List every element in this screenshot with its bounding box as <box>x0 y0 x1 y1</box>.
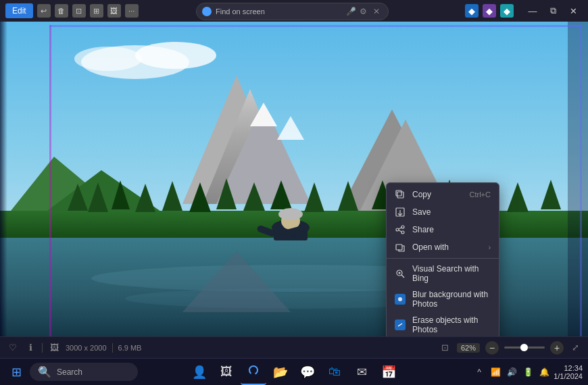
crop-icon[interactable]: ⊡ <box>72 4 86 18</box>
zoom-in-button[interactable]: + <box>550 341 564 355</box>
menu-item-blur-bg[interactable]: Blur background with Photos <box>387 286 499 312</box>
open-with-icon <box>395 242 406 253</box>
svg-point-58 <box>399 272 401 274</box>
taskbar-app-teams[interactable]: 💬 <box>295 359 320 385</box>
windows-start-button[interactable]: ⊞ <box>5 361 27 383</box>
blur-bg-icon <box>395 294 406 305</box>
photo-area <box>0 22 588 336</box>
undo-icon[interactable]: ↩ <box>37 4 51 18</box>
top-taskbar-icons: ◆ ◆ ◆ <box>465 4 514 18</box>
clock-time: 12:34 <box>554 364 583 372</box>
svg-point-51 <box>401 226 404 228</box>
visual-search-label: Visual Search with Bing <box>412 264 491 283</box>
image-file-icon: 🖼 <box>48 342 60 354</box>
svg-rect-44 <box>49 25 582 27</box>
title-bar: Edit ↩ 🗑 ⊡ ⊞ 🖼 ··· Find on screen 🎤 ⚙ ✕ … <box>0 0 588 22</box>
svg-rect-48 <box>396 190 401 196</box>
info-icon[interactable]: ℹ <box>24 342 36 354</box>
context-menu: Copy Ctrl+C Save <box>386 182 499 336</box>
tray-volume[interactable]: 🔊 <box>505 365 518 379</box>
svg-line-59 <box>401 275 404 278</box>
zoom-out-button[interactable]: − <box>485 341 499 355</box>
taskbar-left: ⊞ 🔍 Search <box>5 361 138 383</box>
file-size: 6.9 MB <box>118 344 142 352</box>
status-bar-right: ⊡ 62% − + ⤢ <box>439 341 581 355</box>
taskbar-app-edge[interactable] <box>241 359 266 385</box>
menu-item-open-with[interactable]: Open with › <box>387 238 499 256</box>
top-icon-1[interactable]: ◆ <box>465 4 479 18</box>
taskbar-search-text: Search <box>57 367 82 377</box>
open-with-label: Open with <box>412 242 482 252</box>
share-label: Share <box>412 225 491 234</box>
status-divider-2 <box>112 343 113 353</box>
taskbar-search-box[interactable]: 🔍 Search <box>30 363 138 381</box>
taskbar-right: ^ 📶 🔊 🔋 🔔 12:34 1/1/2024 <box>472 364 583 380</box>
menu-divider <box>387 258 499 259</box>
svg-point-2 <box>135 42 216 69</box>
status-divider-1 <box>42 343 43 353</box>
blur-bg-label: Blur background with Photos <box>412 290 491 309</box>
copy-label: Copy <box>412 190 463 199</box>
taskbar-app-explorer[interactable]: 📂 <box>268 359 293 385</box>
svg-rect-47 <box>397 192 403 198</box>
system-clock[interactable]: 12:34 1/1/2024 <box>554 364 583 380</box>
browser-bar[interactable]: Find on screen 🎤 ⚙ ✕ <box>196 3 389 20</box>
svg-point-61 <box>398 297 402 301</box>
svg-point-53 <box>401 231 404 234</box>
menu-item-share[interactable]: Share <box>387 221 499 238</box>
erase-obj-icon <box>395 319 406 330</box>
tray-battery[interactable]: 🔋 <box>521 365 535 379</box>
svg-rect-43 <box>49 25 51 336</box>
zoom-slider-thumb[interactable] <box>520 344 528 351</box>
minimize-button[interactable]: — <box>523 3 542 18</box>
delete-icon[interactable]: 🗑 <box>55 4 68 18</box>
microphone-icon[interactable]: 🎤 <box>346 7 356 16</box>
top-icon-3[interactable]: ◆ <box>500 4 514 18</box>
svg-rect-41 <box>0 22 61 336</box>
close-button[interactable]: ✕ <box>564 3 583 18</box>
more-icon[interactable]: ··· <box>125 4 139 18</box>
taskbar-app-calendar[interactable]: 📅 <box>376 359 401 385</box>
browser-close-icon[interactable]: ✕ <box>373 7 383 16</box>
taskbar-app-user[interactable]: 👤 <box>187 359 212 385</box>
browser-settings-icon[interactable]: ⚙ <box>360 7 369 16</box>
taskbar-app-mail[interactable]: ✉ <box>349 359 374 385</box>
svg-rect-42 <box>568 22 588 336</box>
display-mode-icon[interactable]: ⊡ <box>439 342 451 354</box>
photo-icon[interactable]: 🖼 <box>107 4 121 18</box>
status-bar-left: ♡ ℹ 🖼 3000 x 2000 6.9 MB <box>7 342 141 354</box>
windows-logo: ⊞ <box>11 365 22 380</box>
tray-chevron[interactable]: ^ <box>472 365 486 379</box>
edit-button[interactable]: Edit <box>5 3 33 18</box>
taskbar-app-photos[interactable]: 🖼 <box>214 359 239 385</box>
search-icon: 🔍 <box>38 365 51 378</box>
maximize-button[interactable]: ⧉ <box>543 3 562 18</box>
grid-icon[interactable]: ⊞ <box>90 4 103 18</box>
tray-notification[interactable]: 🔔 <box>537 365 551 379</box>
menu-item-copy[interactable]: Copy Ctrl+C <box>387 186 499 203</box>
tray-network[interactable]: 📶 <box>489 365 502 379</box>
menu-item-save[interactable]: Save <box>387 203 499 221</box>
svg-rect-56 <box>396 245 402 250</box>
clock-date: 1/1/2024 <box>554 372 583 380</box>
taskbar-app-store[interactable]: 🛍 <box>322 359 347 385</box>
top-icon-2[interactable]: ◆ <box>483 4 496 18</box>
svg-line-54 <box>399 228 401 229</box>
heart-icon[interactable]: ♡ <box>7 342 19 354</box>
svg-rect-45 <box>580 25 582 336</box>
zoom-value: 62% <box>457 343 480 353</box>
menu-item-visual-search[interactable]: Visual Search with Bing <box>387 261 499 286</box>
menu-item-erase-obj[interactable]: Erase objects with Photos <box>387 312 499 336</box>
svg-point-3 <box>74 47 142 71</box>
erase-obj-label: Erase objects with Photos <box>412 315 491 334</box>
zoom-slider[interactable] <box>504 346 545 349</box>
expand-icon[interactable]: ⤢ <box>569 342 581 354</box>
copy-icon <box>395 189 406 200</box>
save-label: Save <box>412 207 491 217</box>
title-bar-left: Edit ↩ 🗑 ⊡ ⊞ 🖼 ··· <box>5 3 139 18</box>
taskbar-center: 👤 🖼 📂 💬 🛍 ✉ 📅 <box>187 359 401 385</box>
share-icon <box>395 224 406 235</box>
save-icon <box>395 207 406 217</box>
status-bar: ♡ ℹ 🖼 3000 x 2000 6.9 MB ⊡ 62% − + ⤢ <box>0 336 588 358</box>
system-tray: ^ 📶 🔊 🔋 🔔 <box>472 365 551 379</box>
